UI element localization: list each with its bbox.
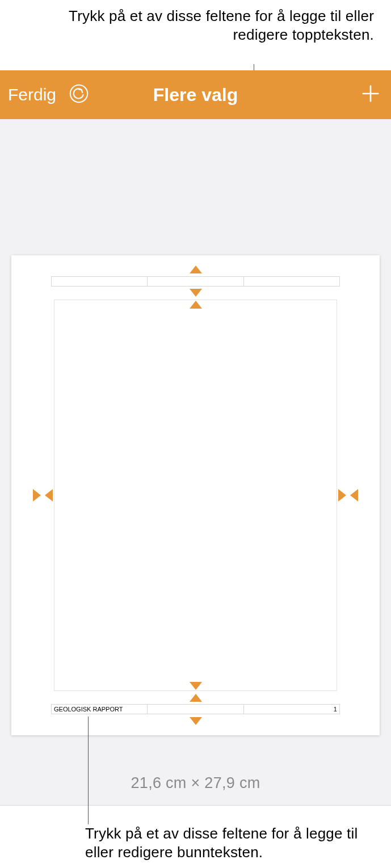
- callout-top: Trykk på et av disse feltene for å legge…: [68, 7, 374, 44]
- page-dimensions-label: 21,6 cm × 27,9 cm: [0, 774, 391, 792]
- toolbar: Ferdig Flere valg: [0, 70, 391, 119]
- bottom-body-margin-handle-lower[interactable]: [190, 694, 202, 702]
- top-body-margin-handle-upper[interactable]: [190, 289, 202, 297]
- header-field-center[interactable]: [148, 276, 243, 286]
- callout-bottom: Trykk på et av disse feltene for å legge…: [85, 824, 380, 861]
- right-margin-handle-inner[interactable]: [338, 489, 346, 502]
- footer-fields: GEOLOGISK RAPPORT 1: [51, 704, 340, 714]
- bottom-body-margin-handle-upper[interactable]: [190, 682, 202, 690]
- footer-field-right[interactable]: 1: [244, 704, 340, 714]
- left-margin-handle-inner[interactable]: [45, 489, 53, 502]
- undo-button[interactable]: [68, 83, 90, 106]
- callout-bottom-leader-line: [88, 717, 89, 824]
- bottom-page-margin-handle[interactable]: [190, 717, 202, 725]
- document-page: GEOLOGISK RAPPORT 1: [11, 255, 380, 735]
- left-margin-handle-outer[interactable]: [33, 489, 41, 502]
- right-margin-handle-outer[interactable]: [350, 489, 358, 502]
- footer-field-left[interactable]: GEOLOGISK RAPPORT: [51, 704, 148, 714]
- header-fields: [51, 276, 340, 286]
- footer-field-center[interactable]: [148, 704, 243, 714]
- document-body[interactable]: [54, 300, 337, 691]
- add-button[interactable]: [358, 82, 383, 107]
- header-field-right[interactable]: [244, 276, 340, 286]
- header-field-left[interactable]: [51, 276, 148, 286]
- svg-point-0: [70, 85, 87, 102]
- plus-icon: [360, 83, 381, 107]
- done-button[interactable]: Ferdig: [0, 85, 68, 104]
- undo-icon: [68, 83, 90, 107]
- top-page-margin-handle[interactable]: [190, 266, 202, 273]
